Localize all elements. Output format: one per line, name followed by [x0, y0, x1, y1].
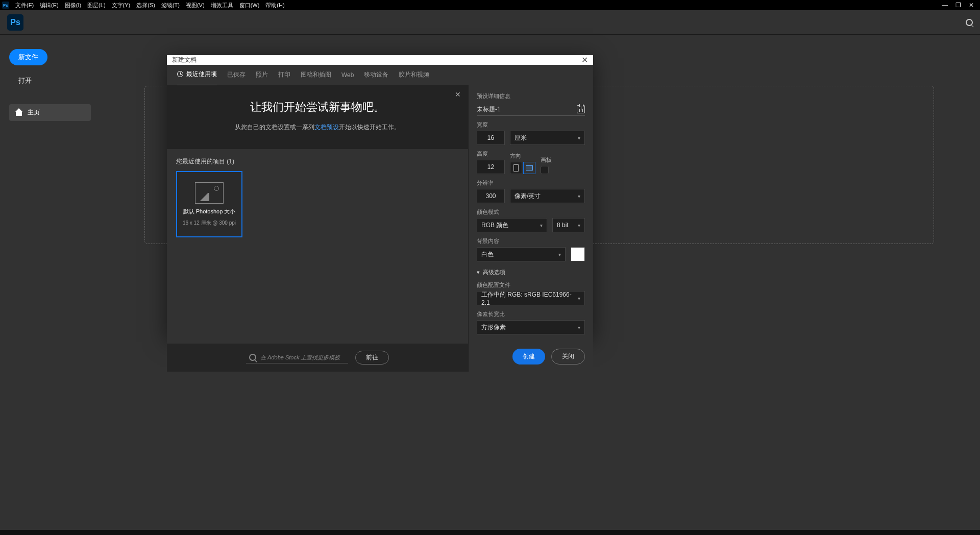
tab-print[interactable]: 打印	[278, 64, 290, 85]
hero-close-icon[interactable]: ✕	[455, 90, 461, 99]
background-select[interactable]: 白色▾	[477, 247, 566, 261]
preset-thumb-icon	[195, 182, 224, 204]
create-button[interactable]: 创建	[512, 349, 545, 364]
save-preset-icon[interactable]	[577, 105, 585, 113]
width-input[interactable]	[477, 131, 505, 145]
tab-film[interactable]: 胶片和视频	[399, 64, 429, 85]
height-label: 高度	[477, 150, 505, 158]
recent-label: 您最近使用的项目 (1)	[167, 149, 468, 171]
nav-home-label: 主页	[28, 108, 40, 117]
tab-mobile[interactable]: 移动设备	[364, 64, 388, 85]
menu-type[interactable]: 文字(Y)	[109, 2, 134, 9]
color-mode-select[interactable]: RGB 颜色▾	[477, 218, 547, 232]
bit-depth-select[interactable]: 8 bit▾	[552, 218, 585, 232]
window-maximize[interactable]: ❐	[951, 2, 965, 9]
menu-file[interactable]: 文件(F)	[12, 2, 37, 9]
menu-filter[interactable]: 滤镜(T)	[158, 2, 183, 9]
chevron-down-icon: ▾	[578, 135, 580, 141]
preset-meta: 16 x 12 厘米 @ 300 ppi	[183, 220, 236, 227]
resolution-unit-select[interactable]: 像素/英寸▾	[510, 189, 585, 203]
chevron-down-icon: ▾	[578, 223, 580, 228]
menu-window[interactable]: 窗口(W)	[236, 2, 263, 9]
menu-select[interactable]: 选择(S)	[133, 2, 158, 9]
advanced-toggle[interactable]: ▾高级选项	[477, 269, 585, 276]
chevron-down-icon: ▾	[578, 296, 580, 301]
app-icon: Ps	[2, 2, 9, 9]
menu-image[interactable]: 图像(I)	[62, 2, 84, 9]
home-left-panel: 新文件 打开 主页	[0, 35, 138, 135]
pixel-aspect-label: 像素长宽比	[477, 310, 585, 318]
menu-layer[interactable]: 图层(L)	[84, 2, 108, 9]
hero-text: 从您自己的文档设置或一系列文档预设开始以快速开始工作。	[177, 123, 458, 132]
new-file-button[interactable]: 新文件	[9, 49, 47, 65]
preset-name: 默认 Photoshop 大小	[183, 208, 236, 215]
chevron-down-icon: ▾	[578, 193, 580, 199]
dialog-tabs: 最近使用项 已保存 照片 打印 图稿和插图 Web 移动设备 胶片和视频	[167, 65, 593, 85]
menu-help[interactable]: 帮助(H)	[262, 2, 287, 9]
stock-go-button[interactable]: 前往	[355, 351, 389, 364]
chevron-down-icon: ▾	[477, 269, 480, 276]
orientation-label: 方向	[510, 152, 535, 160]
close-button[interactable]: 关闭	[551, 349, 585, 364]
height-input[interactable]	[477, 160, 505, 174]
menu-view[interactable]: 视图(V)	[183, 2, 208, 9]
orientation-landscape[interactable]	[523, 162, 535, 174]
dialog-close-icon[interactable]: ✕	[581, 55, 588, 65]
chevron-down-icon: ▾	[558, 252, 561, 257]
dialog-titlebar[interactable]: 新建文档 ✕	[167, 55, 593, 65]
tab-web[interactable]: Web	[341, 65, 354, 85]
doc-name-input[interactable]	[477, 106, 573, 113]
dialog-title: 新建文档	[172, 56, 197, 64]
dialog-left-pane: ✕ 让我们开始尝试新事物吧。 从您自己的文档设置或一系列文档预设开始以快速开始工…	[167, 85, 468, 372]
resolution-input[interactable]	[477, 189, 505, 203]
tab-saved[interactable]: 已保存	[227, 64, 246, 85]
preset-default[interactable]: 默认 Photoshop 大小 16 x 12 厘米 @ 300 ppi	[176, 171, 242, 237]
hero-link[interactable]: 文档预设	[314, 124, 339, 131]
unit-select[interactable]: 厘米▾	[510, 131, 585, 145]
hero-banner: ✕ 让我们开始尝试新事物吧。 从您自己的文档设置或一系列文档预设开始以快速开始工…	[167, 85, 468, 149]
nav-home[interactable]: 主页	[9, 104, 91, 121]
home-icon	[15, 109, 22, 116]
tab-photo[interactable]: 照片	[256, 64, 268, 85]
chevron-down-icon: ▾	[578, 325, 580, 330]
color-mode-label: 颜色模式	[477, 208, 585, 216]
os-taskbar[interactable]	[0, 530, 980, 535]
menu-plugins[interactable]: 增效工具	[208, 2, 236, 9]
details-heading: 预设详细信息	[477, 92, 585, 100]
background-swatch[interactable]	[571, 247, 585, 261]
menu-edit[interactable]: 编辑(E)	[37, 2, 62, 9]
window-minimize[interactable]: —	[938, 2, 951, 9]
hero-title: 让我们开始尝试新事物吧。	[177, 100, 458, 115]
new-document-dialog: 新建文档 ✕ 最近使用项 已保存 照片 打印 图稿和插图 Web 移动设备 胶片…	[167, 55, 593, 338]
tab-recent[interactable]: 最近使用项	[177, 64, 217, 86]
window-close[interactable]: ✕	[965, 2, 978, 9]
color-profile-label: 颜色配置文件	[477, 281, 585, 289]
stock-search-placeholder: 在 Adobe Stock 上查找更多模板	[260, 354, 340, 361]
stock-search-input[interactable]: 在 Adobe Stock 上查找更多模板	[246, 352, 348, 363]
dialog-right-pane: 预设详细信息 宽度 厘米▾ 高度	[468, 85, 593, 372]
artboard-label: 画板	[541, 156, 552, 164]
artboard-checkbox[interactable]	[541, 166, 549, 174]
resolution-label: 分辨率	[477, 179, 585, 187]
orientation-portrait[interactable]	[510, 162, 522, 174]
os-menubar: Ps 文件(F) 编辑(E) 图像(I) 图层(L) 文字(Y) 选择(S) 滤…	[0, 0, 980, 10]
tab-art[interactable]: 图稿和插图	[301, 64, 331, 85]
search-icon	[249, 354, 256, 361]
app-topbar: Ps	[0, 10, 980, 35]
chevron-down-icon: ▾	[540, 223, 543, 228]
open-file-button[interactable]: 打开	[9, 72, 41, 89]
search-icon[interactable]	[966, 19, 973, 26]
color-profile-select[interactable]: 工作中的 RGB: sRGB IEC61966-2.1▾	[477, 291, 585, 305]
clock-icon	[177, 71, 183, 77]
pixel-aspect-select[interactable]: 方形像素▾	[477, 320, 585, 334]
stock-search-bar: 在 Adobe Stock 上查找更多模板 前往	[167, 344, 468, 372]
ps-logo: Ps	[7, 14, 23, 31]
background-label: 背景内容	[477, 237, 585, 245]
width-label: 宽度	[477, 121, 585, 129]
